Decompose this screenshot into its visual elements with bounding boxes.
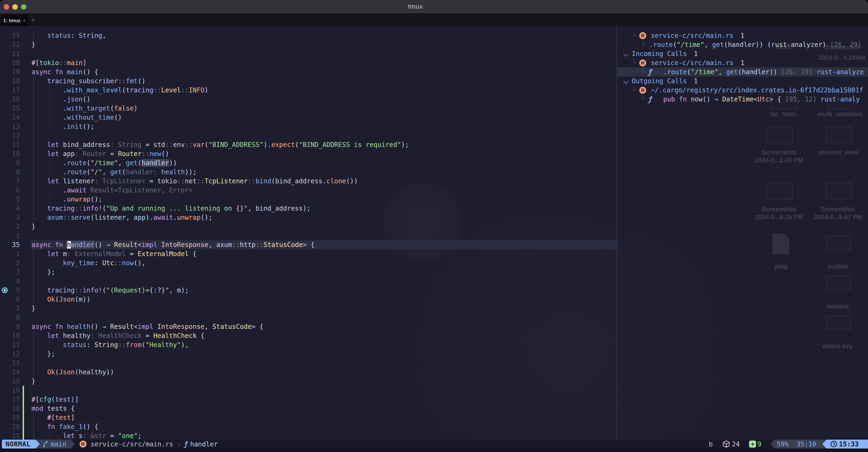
call-hierarchy-row[interactable]: └Rservice-c/src/main.rs1 (617, 58, 868, 67)
code-line[interactable]: 11 let bind_address: String = std::env::… (0, 140, 616, 149)
code-line[interactable]: 23 status: String, (0, 31, 616, 40)
code-line[interactable]: 3 }; (0, 268, 616, 277)
chevron-down-icon[interactable] (623, 52, 629, 57)
call-hierarchy-row[interactable]: └R~/.cargo/registry/src/index.crates.io-… (617, 86, 868, 95)
ghost-icon-label: session_view (818, 149, 859, 156)
code-line[interactable]: 9 .route("/time", get(handler)) (0, 158, 616, 168)
code-line[interactable]: 18mod tests { (0, 404, 616, 413)
code-line[interactable]: 13 .init(); (0, 122, 616, 131)
code-line[interactable]: 5 tracing::info!("(Request)={:?}", m); (0, 286, 616, 295)
code-line[interactable]: 19async fn main() { (0, 67, 616, 77)
call-hierarchy-row[interactable]: └Rservice-c/src/main.rs1 (617, 31, 868, 40)
line-number: 4 (7, 277, 20, 286)
code-line[interactable]: 21 let s: &str = "one"; (0, 431, 616, 440)
call-hierarchy-text: pub fn now() → DateTime<Utc> { [95, 12] … (663, 95, 860, 104)
code-line[interactable]: 18 tracing_subscriber::fmt() (0, 77, 616, 86)
git-added-count: 9 (757, 440, 762, 448)
call-hierarchy-row[interactable]: └.route("/time", get(handler)) (rust-ana… (617, 40, 868, 49)
ghost-screenshot-thumbnail (766, 183, 793, 200)
line-number: 1 (7, 231, 20, 240)
code-line[interactable]: 4 tracing::info!("Up and running ... lis… (0, 204, 616, 213)
ghost-icon-label: outline (828, 263, 848, 270)
ghost-icon-label: Screenshot (762, 149, 796, 156)
close-tab-icon[interactable]: × (23, 18, 26, 23)
git-added-sign (23, 422, 24, 431)
code-line[interactable]: 17#[cfg(test)] (0, 395, 616, 404)
breakpoint-icon (2, 287, 8, 293)
code-line[interactable]: 16 (0, 386, 616, 395)
line-number: 9 (7, 158, 20, 168)
code-line[interactable]: 14 .without_time() (0, 113, 616, 122)
line-number: 14 (7, 368, 20, 377)
code-line[interactable]: 20 fn fake_1() { (0, 422, 616, 431)
ghost-icon-label: multi_windows (817, 111, 862, 118)
tree-connector: └ (641, 67, 645, 77)
code-line[interactable]: 17 .with_max_level(tracing::Level::INFO) (0, 86, 616, 95)
code-line[interactable]: 35async fn handler() → Result<impl IntoR… (0, 240, 616, 249)
line-number: 19 (7, 67, 20, 77)
code-line[interactable]: 16 .json() (0, 95, 616, 104)
line-number: 7 (7, 304, 20, 313)
ghost-document-icon (772, 234, 789, 254)
tree-connector: └ (632, 86, 636, 95)
breadcrumb-file: service-c/src/main.rs (91, 440, 173, 448)
code-line[interactable]: 11 status: String::from("Healthy"), (0, 340, 616, 350)
line-number: 15 (7, 377, 20, 386)
line-number: 22 (7, 40, 20, 49)
call-hierarchy-row[interactable]: Outgoing Calls1 (617, 77, 868, 86)
code-line[interactable]: 19 #[test] (0, 413, 616, 422)
call-hierarchy-row[interactable]: Incoming Calls1 (617, 49, 868, 58)
code-line[interactable]: 10 let healthy: HealthCheck = HealthChec… (0, 331, 616, 340)
close-window-button[interactable] (4, 4, 9, 9)
line-number: 8 (7, 313, 20, 322)
code-line[interactable]: 2 key_time: Utc::now(), (0, 259, 616, 268)
code-line[interactable]: 10 let app: Router = Router::new() (0, 149, 616, 158)
ghost-screenshot-thumbnail (826, 315, 851, 330)
clock-segment: 15:33 (827, 440, 868, 449)
code-line[interactable]: 15 .with_target(false) (0, 104, 616, 113)
function-icon: ƒ (648, 67, 652, 77)
code-line[interactable]: 15} (0, 377, 616, 386)
clock-icon (830, 441, 837, 448)
window-bottom-strip (0, 449, 868, 452)
code-line[interactable]: 8 .route("/", get(handler: health)); (0, 168, 616, 177)
minimize-window-button[interactable] (12, 4, 18, 9)
code-line[interactable]: 8 (0, 313, 616, 322)
ghost-icon-label: which-key (823, 343, 853, 350)
line-number: 7 (7, 177, 20, 186)
tab-tmux[interactable]: 1: tmux × (1, 15, 28, 26)
code-line[interactable]: 12 (0, 131, 616, 140)
call-hierarchy-row[interactable]: └ƒ.route("/time", get(handler)) [26, 29]… (617, 67, 868, 77)
ghost-screenshot-thumbnail (826, 183, 852, 200)
line-number: 11 (7, 140, 20, 149)
code-line[interactable]: 2} (0, 222, 616, 231)
code-line[interactable]: 21 (0, 49, 616, 58)
tree-connector: └ (632, 58, 636, 67)
chevron-down-icon[interactable] (623, 79, 629, 84)
powerline-separator (822, 440, 827, 449)
code-line[interactable]: 9async fn health() → Result<impl IntoRes… (0, 322, 616, 331)
code-line[interactable]: 14 Ok(Json(healthy)) (0, 368, 616, 377)
line-number: 14 (7, 113, 20, 122)
code-line[interactable]: 7 let listener: TcpListener = tokio::net… (0, 177, 616, 186)
code-line[interactable]: 22} (0, 40, 616, 49)
new-tab-button[interactable]: + (28, 13, 38, 26)
code-line[interactable]: 7} (0, 304, 616, 313)
code-line[interactable]: 5 .unwrap(); (0, 195, 616, 204)
git-added-sign (23, 395, 24, 404)
code-line[interactable]: 3 axum::serve(listener, app).await.unwra… (0, 213, 616, 222)
line-number: 8 (7, 168, 20, 177)
code-line[interactable]: 12 }; (0, 350, 616, 359)
code-line[interactable]: 6 Ok(Json(m)) (0, 295, 616, 304)
code-line[interactable]: 4 (0, 277, 616, 286)
zoom-window-button[interactable] (21, 4, 26, 9)
code-line[interactable]: 6 .await Result<TcpListener, Error> (0, 186, 616, 195)
line-number: 17 (7, 395, 20, 404)
code-line[interactable]: 1 let m: ExternalModel = ExternalModel { (0, 249, 616, 259)
code-line[interactable]: 20#[tokio::main] (0, 58, 616, 67)
breadcrumb-separator-icon: › (177, 440, 181, 448)
call-hierarchy-row[interactable]: └ƒpub fn now() → DateTime<Utc> { [95, 12… (617, 95, 868, 104)
code-line[interactable]: 13 (0, 359, 616, 368)
code-line[interactable]: 1 (0, 231, 616, 240)
ghost-screenshot-thumbnail (766, 126, 793, 143)
